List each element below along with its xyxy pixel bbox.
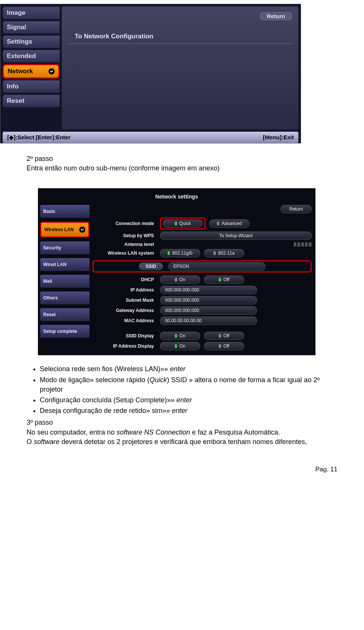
- radio-dot-icon: [175, 222, 177, 225]
- ssid-display-off[interactable]: Off: [204, 332, 244, 340]
- dhcp-off[interactable]: Off: [204, 276, 244, 284]
- label-subnet-mask: Subnet Mask: [93, 298, 157, 303]
- projector-menu-1: Image Signal Settings Extended Network ↵…: [0, 4, 301, 143]
- label-ip-address: IP Address: [93, 287, 157, 293]
- step2-line: Entra então num outro sub-menu (conforme…: [27, 164, 337, 173]
- ssid-display-on[interactable]: On: [160, 332, 200, 340]
- step3-line1: No seu computador, entra no software NS …: [27, 428, 337, 437]
- to-network-configuration[interactable]: To Network Configuration: [67, 21, 293, 40]
- osd1-sidebar: Image Signal Settings Extended Network ↵…: [3, 6, 60, 129]
- option-80211a[interactable]: 802.11a: [204, 249, 244, 257]
- label-ip-display: IP Address Display: [93, 343, 157, 349]
- highlight-quick: Quick: [160, 217, 206, 230]
- label-connection-mode: Connection mode: [93, 221, 157, 226]
- radio-dot-icon: [219, 344, 221, 348]
- document-text-2: Seleciona rede sem fios (Wireless LAN)»»…: [0, 359, 364, 458]
- tab-extended[interactable]: Extended: [3, 50, 60, 63]
- side-wired-lan[interactable]: Wired LAN: [40, 258, 89, 271]
- radio-dot-icon: [168, 251, 170, 255]
- label-wlan-system: Wireless LAN system: [93, 250, 157, 256]
- page-number: Pag. 11: [0, 458, 364, 477]
- osd1-footer: [◆]:Select [Enter]:Enter [Menu]:Exit: [3, 132, 298, 143]
- label-antenna-level: Antenna level: [93, 242, 157, 247]
- tab-reset[interactable]: Reset: [3, 94, 60, 107]
- osd2-main: Return Connection mode Quick Advanced Se…: [93, 205, 313, 352]
- mac-address-field: 00.00.00.00.00.00: [160, 317, 257, 325]
- tab-info[interactable]: Info: [3, 80, 60, 93]
- side-others[interactable]: Others: [40, 291, 89, 304]
- tab-signal[interactable]: Signal: [3, 21, 60, 34]
- option-80211gb[interactable]: 802.11g/b: [160, 249, 200, 257]
- osd2-return-button[interactable]: Return: [281, 205, 312, 213]
- side-reset[interactable]: Reset: [40, 308, 89, 321]
- radio-dot-icon: [217, 222, 219, 225]
- osd1-main: Return To Network Configuration: [62, 6, 298, 129]
- osd2-sidebar: Basic Wireless LAN ↵ Security Wired LAN …: [40, 205, 89, 352]
- label-ssid-display: SSID Display: [93, 333, 157, 339]
- label-gateway: Gateway Address: [93, 308, 157, 313]
- radio-dot-icon: [219, 334, 221, 338]
- side-security[interactable]: Security: [40, 241, 89, 254]
- footer-menu-exit: [Menu]:Exit: [263, 134, 294, 141]
- bullet-2: Modo de ligação» selecione rápido (Quick…: [40, 375, 337, 394]
- label-setup-wps: Setup by WPS: [93, 233, 157, 238]
- enter-icon: ↵: [49, 68, 55, 74]
- side-mail[interactable]: Mail: [40, 275, 89, 288]
- footer-select-enter: [◆]:Select [Enter]:Enter: [7, 134, 71, 141]
- radio-dot-icon: [175, 278, 177, 282]
- side-basic[interactable]: Basic: [40, 205, 89, 218]
- to-setup-wizard-button[interactable]: To Setup Wizard: [160, 232, 312, 240]
- radio-dot-icon: [175, 334, 177, 338]
- osd2-title: Network settings: [40, 191, 313, 205]
- tab-image[interactable]: Image: [3, 6, 60, 19]
- dhcp-on[interactable]: On: [160, 276, 200, 284]
- side-wireless-lan[interactable]: Wireless LAN ↵: [40, 222, 89, 238]
- ip-address-field[interactable]: 000.000.000.000: [160, 286, 257, 294]
- tab-network-label: Network: [8, 68, 33, 75]
- bullet-3: Configuração concluída (Setup Complete)»…: [40, 395, 337, 405]
- radio-dot-icon: [213, 251, 216, 255]
- ssid-value-field[interactable]: EPSON: [168, 262, 265, 271]
- tab-network[interactable]: Network ↵: [3, 64, 60, 79]
- antenna-bars-icon: [293, 242, 312, 247]
- enter-icon: ↵: [79, 227, 85, 233]
- step2-title: 2º passo: [27, 154, 337, 164]
- label-dhcp: DHCP: [93, 277, 157, 282]
- radio-dot-icon: [175, 344, 177, 348]
- option-advanced[interactable]: Advanced: [209, 219, 249, 228]
- gateway-field[interactable]: 000.000.000.000: [160, 306, 257, 315]
- tab-settings[interactable]: Settings: [3, 35, 60, 48]
- bullet-4: Deseja configuração de rede retido» sim»…: [40, 406, 337, 416]
- highlight-ssid: SSID EPSON: [93, 260, 312, 272]
- subnet-mask-field[interactable]: 000.000.000.000: [160, 296, 257, 304]
- document-text: 2º passo Entra então num outro sub-menu …: [0, 151, 364, 184]
- step3-line2: O software deverá detetar os 2 projetore…: [27, 437, 337, 447]
- side-setup-complete[interactable]: Setup complete: [40, 325, 89, 338]
- ip-display-on[interactable]: On: [160, 342, 200, 350]
- ip-display-off[interactable]: Off: [204, 342, 244, 350]
- bullet-1: Seleciona rede sem fios (Wireless LAN)»»…: [40, 364, 337, 374]
- label-mac-address: MAC Address: [93, 318, 157, 323]
- radio-dot-icon: [219, 278, 221, 282]
- side-wireless-lan-label: Wireless LAN: [44, 227, 74, 232]
- option-quick[interactable]: Quick: [163, 219, 203, 228]
- projector-menu-2: Network settings Basic Wireless LAN ↵ Se…: [38, 188, 315, 355]
- return-button[interactable]: Return: [259, 11, 293, 21]
- step3-title: 3º passo: [27, 418, 337, 427]
- ssid-button[interactable]: SSID: [139, 263, 163, 270]
